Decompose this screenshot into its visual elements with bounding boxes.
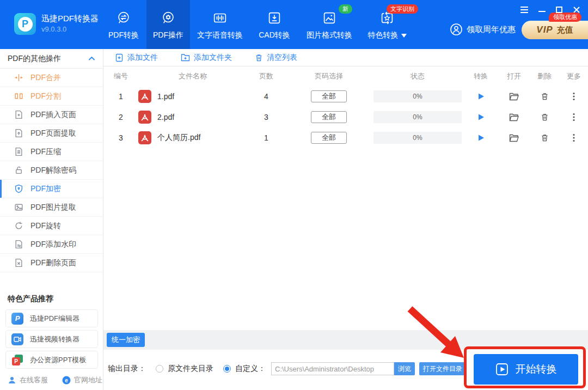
website-link[interactable]: e 官网地址: [62, 375, 102, 385]
convert-play-button[interactable]: [476, 133, 485, 142]
sidebar-item-label: PDF插入页面: [30, 110, 76, 120]
product-label: 迅捷PDF编辑器: [30, 314, 79, 324]
convert-play-button[interactable]: [476, 113, 485, 121]
play-square-icon: [495, 363, 509, 376]
sidebar-item-pdf-rotate[interactable]: PDF旋转: [0, 217, 103, 235]
delete-button[interactable]: [541, 113, 549, 121]
tab-label: CAD转换: [259, 31, 290, 40]
vip-label: VIP: [536, 25, 553, 35]
row-number: 2: [103, 113, 138, 121]
delete-button[interactable]: [541, 92, 549, 101]
file-plus-icon: [115, 53, 124, 62]
col-header: 状态: [372, 71, 463, 81]
open-folder-button[interactable]: [509, 134, 519, 142]
col-header: 页数: [247, 71, 285, 81]
more-button[interactable]: [573, 92, 575, 101]
main-nav: PDF转换 PDF操作: [101, 0, 414, 49]
tab-cad-convert[interactable]: CAD转换: [250, 0, 299, 49]
table-row: 2 2.pdf 3 全部 0%: [103, 107, 588, 127]
split-icon: [14, 92, 23, 101]
sidebar-item-label: PDF压缩: [30, 147, 61, 157]
unlock-icon: [14, 166, 23, 175]
product-pdf-editor[interactable]: P 迅捷PDF编辑器: [5, 309, 98, 327]
add-folder-button[interactable]: 添加文件夹: [181, 53, 232, 63]
sidebar-item-pdf-compress[interactable]: PDF压缩: [0, 143, 103, 161]
more-button[interactable]: [573, 133, 575, 142]
more-button[interactable]: [573, 113, 575, 121]
clear-list-button[interactable]: 清空列表: [255, 53, 297, 63]
app-window: P 迅捷PDF转换器 v9.0.3.0 PDF转换: [0, 0, 588, 390]
table-row: 3 个人简历.pdf 1 全部 0%: [103, 127, 588, 148]
online-service-link[interactable]: 在线客服: [8, 375, 48, 385]
image-extract-icon: [14, 203, 23, 212]
sidebar-item-pdf-encrypt[interactable]: PDF加密: [0, 180, 103, 198]
vip-recharge-button[interactable]: VIP 充值: [522, 21, 588, 39]
tab-text-voice-convert[interactable]: 文字语音转换: [190, 0, 250, 49]
sidebar-item-label: PDF图片提取: [30, 203, 76, 212]
sidebar-section-header[interactable]: PDF的其他操作: [0, 49, 103, 69]
menu-icon[interactable]: [518, 4, 530, 15]
product-ppt-templates[interactable]: P 办公资源PPT模板: [5, 351, 98, 369]
sidebar-item-label: PDF分割: [30, 92, 61, 101]
file-name: 2.pdf: [157, 113, 174, 121]
radio-custom[interactable]: [223, 365, 231, 373]
pdf-file-icon: [138, 90, 151, 103]
title-bar: P 迅捷PDF转换器 v9.0.3.0 PDF转换: [0, 0, 588, 49]
tab-pdf-convert[interactable]: PDF转换: [101, 0, 146, 49]
row-number: 1: [103, 92, 138, 101]
sidebar-item-label: PDF合并: [30, 73, 61, 83]
convert-circle-icon: [115, 9, 132, 27]
page-select-button[interactable]: 全部: [311, 111, 347, 123]
product-label: 办公资源PPT模板: [30, 355, 86, 365]
output-path-input[interactable]: [271, 362, 394, 375]
shield-icon: [14, 184, 23, 193]
start-convert-button[interactable]: 开始转换: [474, 354, 578, 385]
delete-button[interactable]: [541, 133, 549, 142]
radio-original-folder[interactable]: [156, 365, 163, 373]
chevron-up-icon: [88, 56, 95, 61]
recharge-label: 充值: [557, 25, 573, 35]
gear-circle-icon: [160, 9, 176, 27]
add-folder-label: 添加文件夹: [194, 53, 232, 63]
page-select-button[interactable]: 全部: [311, 132, 347, 144]
minimize-button[interactable]: [536, 4, 548, 15]
sidebar-item-pdf-page-extract[interactable]: PDF页面提取: [0, 124, 103, 143]
output-directory-label: 输出目录：: [108, 364, 146, 374]
sidebar-item-pdf-merge[interactable]: PDF合并: [0, 69, 103, 87]
sidebar-item-pdf-image-extract[interactable]: PDF图片提取: [0, 198, 103, 217]
add-file-button[interactable]: 添加文件: [115, 53, 158, 63]
page-select-button[interactable]: 全部: [311, 90, 347, 102]
close-button[interactable]: [571, 4, 583, 15]
row-number: 3: [103, 133, 138, 142]
app-version: v9.0.3.0: [41, 25, 66, 33]
ocr-badge: 文字识别: [387, 4, 418, 14]
sidebar-item-pdf-watermark[interactable]: PDF添加水印: [0, 235, 103, 254]
sidebar-item-pdf-split[interactable]: PDF分割: [0, 87, 103, 106]
file-name: 个人简历.pdf: [157, 133, 200, 143]
image-icon: [321, 9, 338, 27]
maximize-button[interactable]: [553, 4, 565, 15]
merge-icon: [14, 73, 23, 82]
sidebar-item-pdf-remove-password[interactable]: PDF解除密码: [0, 161, 103, 180]
sidebar-item-pdf-delete-page[interactable]: PDF删除页面: [0, 254, 103, 272]
convert-play-button[interactable]: [476, 92, 485, 101]
sidebar-item-label: PDF添加水印: [30, 240, 76, 249]
headset-person-icon: [8, 376, 16, 385]
anniversary-offer-link[interactable]: 领取周年优惠: [450, 23, 516, 36]
sidebar-item-pdf-insert-page[interactable]: PDF插入页面: [0, 106, 103, 124]
open-folder-button[interactable]: [509, 113, 519, 121]
user-icon: [450, 23, 463, 36]
add-file-label: 添加文件: [127, 53, 158, 63]
progress-bar: 0%: [373, 111, 462, 123]
page-plus-icon: [14, 110, 23, 119]
browse-button[interactable]: 浏览: [394, 362, 415, 375]
radio-custom-label: 自定义：: [235, 364, 266, 374]
app-title: 迅捷PDF转换器: [41, 14, 99, 24]
browser-e-icon: e: [62, 376, 71, 385]
product-video-converter[interactable]: 迅捷视频转换器: [5, 330, 98, 348]
open-folder-button[interactable]: [509, 93, 519, 101]
tab-pdf-operate[interactable]: PDF操作: [146, 0, 190, 49]
unified-encrypt-button[interactable]: 统一加密: [107, 333, 145, 347]
video-converter-icon: [11, 333, 23, 345]
open-directory-button[interactable]: 打开文件目录: [419, 362, 466, 375]
